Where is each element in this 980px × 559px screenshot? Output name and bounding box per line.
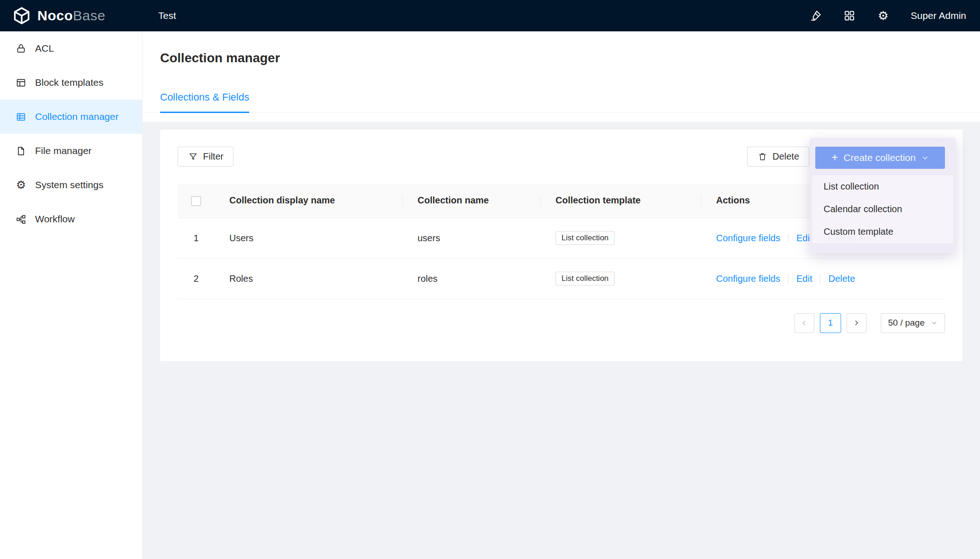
sidebar-item-collection-manager[interactable]: Collection manager (0, 100, 142, 134)
sidebar-item-label: Workflow (35, 214, 75, 225)
sidebar-item-file-manager[interactable]: File manager (0, 134, 142, 168)
page-title: Collection manager (143, 48, 980, 68)
filter-icon (188, 152, 198, 162)
filter-button-label: Filter (203, 151, 223, 162)
sidebar-item-label: System settings (35, 179, 103, 190)
create-collection-label: Create collection (843, 152, 915, 163)
header-right: ⚙ Super Admin (810, 10, 980, 22)
menu-item-custom-template[interactable]: Custom template (812, 220, 953, 243)
gear-icon: ⚙ (15, 179, 27, 191)
logo-text: NocoBase (37, 8, 105, 24)
action-divider (820, 274, 820, 283)
trash-icon (757, 152, 767, 162)
select-all-checkbox[interactable] (191, 196, 201, 206)
select-all-header (178, 184, 215, 218)
lock-icon (15, 43, 27, 54)
row-index: 2 (178, 258, 215, 299)
cell-template: List collection (541, 258, 701, 299)
sidebar-item-label: Collection manager (35, 111, 119, 122)
sidebar: ACL Block templates Coll (0, 31, 143, 559)
body: ACL Block templates Coll (0, 31, 980, 559)
chevron-down-icon (931, 320, 938, 326)
cell-name: roles (403, 258, 541, 299)
template-tag: List collection (556, 272, 615, 285)
cell-name: users (403, 218, 541, 258)
sidebar-item-acl[interactable]: ACL (0, 31, 142, 65)
action-divider (788, 274, 789, 283)
file-icon (15, 145, 27, 157)
configure-fields-link[interactable]: Configure fields (716, 233, 780, 243)
collections-card: Filter Delete (160, 130, 962, 361)
top-nav-item-test[interactable]: Test (158, 10, 176, 21)
block-templates-icon (15, 77, 27, 89)
create-collection-dropdown: + Create collection List collection Cale… (809, 138, 956, 253)
collection-table-icon (15, 111, 27, 123)
sidebar-item-block-templates[interactable]: Block templates (0, 65, 142, 100)
cell-display-name: Roles (215, 258, 403, 299)
table-row: 2 Roles roles List collection Configure … (178, 258, 945, 299)
content-area: Filter Delete (143, 122, 980, 559)
sidebar-item-system-settings[interactable]: ⚙ System settings (0, 168, 142, 202)
chevron-down-icon (921, 154, 929, 161)
tab-bar: Collections & Fields (143, 91, 980, 113)
delete-button-label: Delete (772, 151, 799, 162)
delete-link[interactable]: Delete (828, 274, 855, 284)
edit-link[interactable]: Edit (796, 274, 812, 284)
sidebar-item-label: Block templates (35, 77, 103, 88)
action-divider (788, 234, 789, 243)
delete-button[interactable]: Delete (747, 147, 809, 167)
sidebar-item-label: ACL (35, 43, 54, 54)
col-header-template: Collection template (541, 184, 701, 218)
logo-text-primary: Noco (37, 8, 73, 23)
nocobase-logo[interactable]: NocoBase (0, 6, 143, 25)
page-number-1[interactable]: 1 (820, 313, 841, 333)
col-header-name: Collection name (403, 184, 541, 218)
app: NocoBase Test ⚙ Super Admin (0, 0, 980, 559)
sidebar-item-label: File manager (35, 145, 92, 156)
main: Collection manager Collections & Fields (143, 31, 980, 559)
row-index: 1 (178, 218, 215, 258)
highlighter-icon[interactable] (810, 10, 822, 22)
col-header-display-name: Collection display name (215, 184, 403, 218)
menu-item-calendar-collection[interactable]: Calendar collection (812, 198, 953, 220)
sidebar-item-workflow[interactable]: Workflow (0, 202, 142, 236)
workflow-icon (15, 214, 27, 225)
filter-button[interactable]: Filter (178, 147, 233, 167)
template-tag: List collection (556, 231, 615, 245)
create-collection-menu: List collection Calendar collection Cust… (812, 175, 953, 243)
page-size-select[interactable]: 50 / page (881, 313, 945, 333)
create-collection-button[interactable]: + Create collection (815, 147, 945, 169)
menu-item-list-collection[interactable]: List collection (812, 175, 953, 198)
tab-collections-fields[interactable]: Collections & Fields (160, 91, 249, 113)
page-header: Collection manager Collections & Fields (143, 31, 980, 122)
user-menu[interactable]: Super Admin (911, 10, 966, 21)
next-page-button[interactable] (847, 313, 866, 333)
pagination: 1 50 / page (178, 313, 945, 333)
plus-icon: + (831, 152, 838, 163)
gear-icon[interactable]: ⚙ (877, 10, 890, 22)
cell-display-name: Users (215, 218, 403, 258)
cell-actions: Configure fieldsEditDelete (701, 258, 945, 299)
top-header: NocoBase Test ⚙ Super Admin (0, 0, 980, 31)
prev-page-button[interactable] (795, 313, 814, 333)
toolbar-right: Delete (747, 147, 809, 167)
cell-template: List collection (541, 218, 701, 258)
configure-fields-link[interactable]: Configure fields (716, 274, 780, 284)
layout-grid-icon[interactable] (843, 10, 856, 22)
nocobase-cube-icon (12, 6, 31, 25)
page-size-label: 50 / page (888, 318, 925, 328)
logo-text-secondary: Base (73, 8, 105, 23)
